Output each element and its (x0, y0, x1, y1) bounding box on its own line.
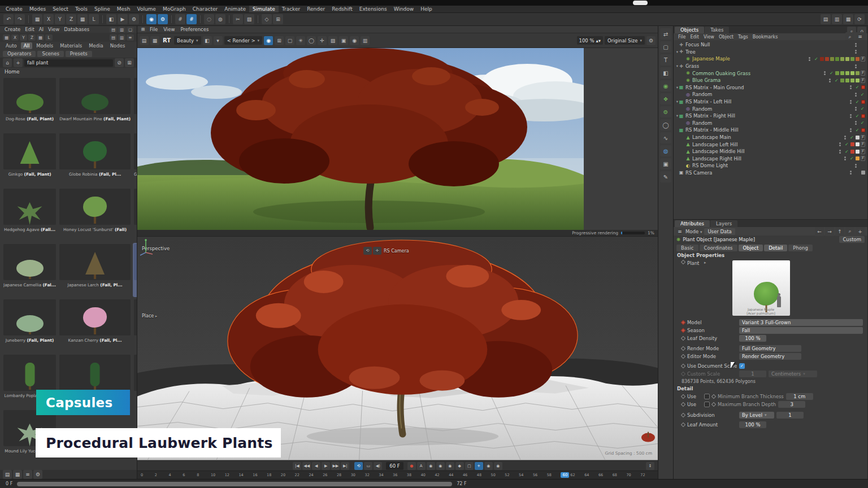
menu-spline[interactable]: Spline (91, 6, 114, 12)
menu-mograph[interactable]: MoGraph (159, 6, 189, 12)
goto-end-button[interactable]: ▶| (341, 462, 349, 470)
frame-tick[interactable]: 32 (365, 473, 379, 477)
frame-tick[interactable]: 24 (309, 473, 323, 477)
material-chip[interactable] (861, 171, 865, 175)
frame-tick[interactable]: 20 (281, 473, 295, 477)
material-chip[interactable] (856, 79, 860, 82)
timeline-scrollbar[interactable] (17, 482, 452, 486)
enabled-check[interactable]: ✓ (860, 92, 865, 97)
menu-view[interactable]: View (702, 34, 716, 40)
axis-lock-icon[interactable]: L (89, 14, 99, 24)
camera-tool-icon[interactable]: ▣ (660, 158, 671, 169)
generator-settings-icon[interactable]: ⚙ (660, 106, 671, 117)
frame-tick[interactable]: 30 (351, 473, 365, 477)
frame-tick[interactable]: 48 (477, 473, 491, 477)
visibility-dots[interactable] (822, 71, 827, 75)
asset-tile-golden-weeping-willow[interactable]: Golden Weeping Willow (Fall, Plant) (133, 132, 137, 186)
keyframe-bullet[interactable] (681, 320, 685, 324)
frame-tick[interactable]: 62 (570, 473, 584, 477)
material-chip[interactable] (856, 150, 860, 154)
object-row-grass[interactable]: ▾✛Grass (674, 63, 867, 70)
visibility-dots[interactable] (848, 171, 853, 175)
enabled-check[interactable]: ✓ (828, 71, 834, 76)
keyframe-selection-button[interactable]: ▢ (465, 462, 474, 470)
object-row-random[interactable]: ◎Random✓ (674, 105, 867, 112)
panel-icon[interactable]: ▤ (140, 27, 146, 32)
material-chip[interactable] (840, 57, 844, 61)
object-row-focus-null[interactable]: ✛Focus Null (674, 41, 867, 49)
tab-attributes[interactable]: Attributes (675, 220, 710, 227)
param-bullet[interactable] (681, 354, 685, 358)
asset-tile-japanese-camellia[interactable]: Japanese Camellia (Fal... (2, 243, 57, 297)
frame-tick[interactable]: 28 (337, 473, 351, 477)
frame-tick[interactable]: 4 (169, 473, 183, 477)
spline-icon[interactable]: ◌ (204, 14, 214, 24)
tab-takes[interactable]: Takes (705, 27, 729, 33)
frame-tick[interactable]: 12 (225, 473, 239, 477)
max-branch-field[interactable]: 3 (778, 401, 805, 408)
size-dropdown[interactable]: Original Size▾ (605, 36, 645, 45)
render-view[interactable] (137, 48, 658, 230)
visibility-dots[interactable] (827, 79, 832, 82)
object-row-landscape-right-hill[interactable]: ▲Landscape Right Hill✓F (674, 155, 867, 163)
tab-phong[interactable]: Phong (788, 245, 813, 251)
frame-tick[interactable]: 14 (238, 473, 253, 477)
menu-tools[interactable]: Tools (72, 6, 91, 12)
material-chip[interactable] (845, 79, 849, 82)
tab-basic[interactable]: Basic (676, 245, 698, 251)
grid-icon[interactable]: # (175, 14, 185, 24)
visibility-dots[interactable] (848, 85, 853, 89)
frame-tick[interactable]: 10 (211, 473, 225, 477)
asset-tile-dwarf-mountain-pine[interactable]: Dwarf Mountain Pine (Fall, Plant) (58, 77, 132, 131)
visibility-dots[interactable] (848, 128, 853, 132)
subdivision-mode-dropdown[interactable]: By Level▾ (739, 412, 774, 419)
snapshot-dot-icon[interactable]: ◉ (350, 36, 359, 45)
titlebar-widget[interactable] (633, 1, 648, 5)
menu-file[interactable]: File (676, 34, 687, 40)
visibility-dots[interactable] (837, 150, 843, 154)
enabled-check[interactable]: ✓ (854, 99, 860, 104)
key-position-button[interactable]: ◉ (427, 462, 435, 470)
layout-icon[interactable]: ▥ (832, 14, 842, 24)
menu-create[interactable]: Create (2, 6, 26, 12)
keyframe-bullet[interactable] (681, 328, 685, 332)
object-row-landscape-middle-hill[interactable]: ▲Landscape Middle Hill✓F (674, 148, 867, 155)
object-row-rs-dome-light[interactable]: ◐RS Dome Light (674, 162, 867, 169)
list-view-icon[interactable]: ≡ (127, 34, 134, 41)
expand-arrow-icon[interactable]: ▾ (674, 50, 678, 54)
record-button[interactable]: ● (407, 462, 416, 470)
frame-tick[interactable]: 18 (267, 473, 281, 477)
key-param-button[interactable]: ◆ (455, 462, 464, 470)
zoom-field[interactable]: 100 %▴▾ (577, 36, 604, 45)
sync-icon[interactable]: ⟳ (854, 14, 865, 24)
tab-layers[interactable]: Layers (710, 220, 737, 227)
pick-icon[interactable]: ✛ (318, 36, 327, 45)
sphere-tool-icon[interactable]: ◉ (660, 80, 671, 91)
simulation-settings-icon[interactable]: ⚙ (158, 14, 168, 24)
search-icon[interactable]: ⌕ (845, 227, 854, 236)
frame-tick[interactable]: 22 (295, 473, 309, 477)
visibility-dots[interactable] (853, 50, 858, 54)
camera-move-icon[interactable]: ✛ (373, 247, 381, 255)
enabled-check[interactable]: ✓ (849, 156, 854, 161)
prev-frame-button[interactable]: ◀ (312, 462, 320, 470)
leaf-density-field[interactable]: 100 % (739, 335, 766, 342)
material-chip[interactable] (850, 79, 854, 82)
menu-object[interactable]: Object (717, 34, 735, 40)
object-row-rs-camera[interactable]: ▣RS Camera (674, 169, 867, 177)
frame-tick[interactable]: 52 (505, 473, 519, 477)
place-tool-label[interactable]: Place ▸ (142, 313, 157, 319)
object-row-tree[interactable]: ▾✛Tree (674, 49, 867, 56)
frame-tick[interactable]: 2 (155, 473, 169, 477)
sound-button[interactable]: ◀) (374, 462, 382, 470)
menu-redshift[interactable]: Redshift (328, 6, 356, 12)
use-max-branch-checkbox[interactable]: ✓ (704, 402, 710, 407)
spline-tool-icon[interactable]: ◯ (660, 119, 671, 130)
panel-split-icon[interactable]: ▥ (118, 27, 125, 33)
gear-icon[interactable]: ⚙ (646, 36, 656, 45)
material-chip[interactable] (835, 71, 839, 75)
param-bullet[interactable] (681, 260, 685, 264)
frame-tick[interactable]: 38 (407, 473, 421, 477)
y-axis-button[interactable]: Y (20, 34, 27, 41)
autokey-button[interactable]: A (417, 462, 426, 470)
